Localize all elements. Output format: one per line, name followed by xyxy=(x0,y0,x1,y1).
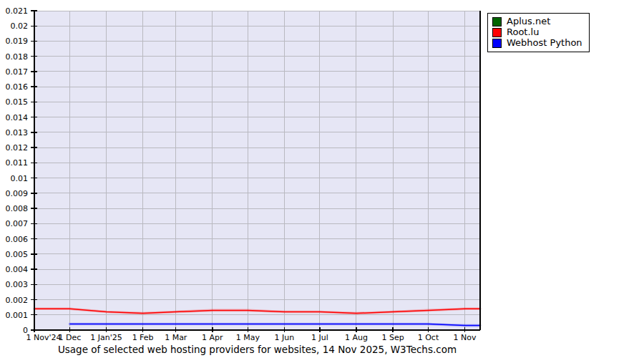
x-tick-label: 1 Oct xyxy=(418,333,439,342)
legend-label-rootlu: Root.lu xyxy=(507,27,539,37)
y-tick-label: 0.011 xyxy=(6,158,29,168)
y-tick-label: 0.019 xyxy=(6,37,29,46)
legend-swatch-webhost-python xyxy=(492,39,502,48)
y-tick-label: 0.001 xyxy=(6,311,29,320)
x-tick-label: 1 Mar xyxy=(165,333,187,342)
legend-row-aplus: Aplus.net xyxy=(492,16,582,26)
y-tick-label: 0.017 xyxy=(6,67,29,77)
x-tick-label: 1 Jul xyxy=(311,333,328,342)
x-tick-label: 1 Aug xyxy=(345,333,368,342)
y-tick-label: 0.018 xyxy=(6,52,29,62)
x-tick-label: 1 May xyxy=(236,333,260,342)
x-tick-label: 1 Jan'25 xyxy=(90,333,122,342)
y-tick-label: 0.003 xyxy=(6,280,29,289)
y-tick-label: 0.008 xyxy=(6,204,29,213)
x-tick-label: 1 Nov'24 xyxy=(26,333,62,342)
y-tick-label: 0.006 xyxy=(6,235,29,244)
x-tick-label: 1 Nov xyxy=(454,333,477,342)
legend-label-aplus: Aplus.net xyxy=(507,16,550,26)
legend-row-rootlu: Root.lu xyxy=(492,27,582,37)
y-tick-label: 0.002 xyxy=(6,296,29,305)
y-tick-label: 0.014 xyxy=(6,113,29,122)
y-tick-label: 0.01 xyxy=(11,174,29,183)
y-tick-label: 0.02 xyxy=(11,21,29,31)
y-tick-label: 0.012 xyxy=(6,143,29,153)
y-tick-label: 0.021 xyxy=(6,6,29,16)
x-tick-label: 1 Dec xyxy=(59,333,82,342)
y-tick-label: 0.004 xyxy=(6,265,29,274)
legend-swatch-aplus xyxy=(492,17,502,26)
x-tick-label: 1 Feb xyxy=(132,333,154,342)
legend-label-webhost-python: Webhost Python xyxy=(507,38,582,48)
chart-caption: Usage of selected web hosting providers … xyxy=(34,344,480,355)
x-tick-label: 1 Apr xyxy=(202,333,223,342)
y-tick-label: 0.009 xyxy=(6,189,29,198)
y-tick-label: 0.005 xyxy=(6,250,29,259)
y-tick-label: 0.013 xyxy=(6,128,29,137)
legend: Aplus.net Root.lu Webhost Python xyxy=(487,13,590,52)
x-tick-label: 1 Jun xyxy=(275,333,295,342)
y-tick-label: 0.015 xyxy=(6,97,29,107)
hosting-usage-chart: 00.0010.0020.0030.0040.0050.0060.0070.00… xyxy=(0,0,644,358)
y-tick-label: 0.007 xyxy=(6,219,29,228)
plot-background xyxy=(34,11,480,330)
y-tick-label: 0.016 xyxy=(6,82,29,92)
x-tick-label: 1 Sep xyxy=(381,333,404,342)
legend-swatch-rootlu xyxy=(492,28,502,37)
legend-row-webhost-python: Webhost Python xyxy=(492,38,582,48)
